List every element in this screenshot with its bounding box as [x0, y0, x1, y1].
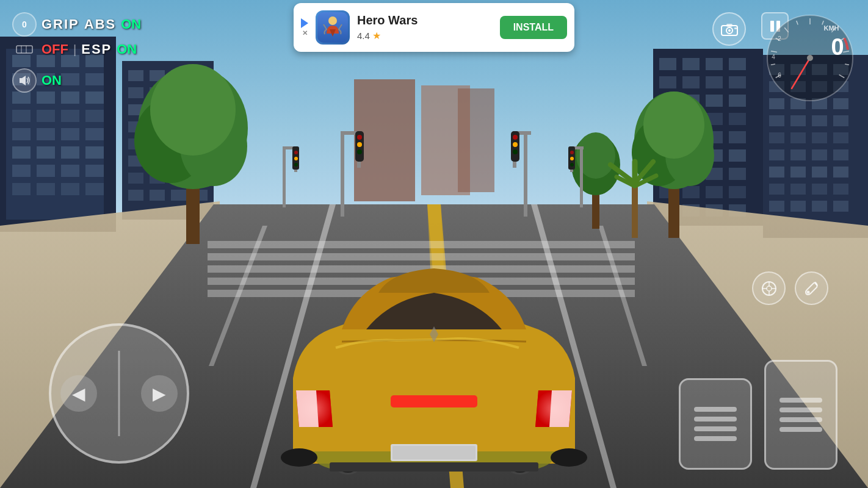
- svg-rect-127: [790, 149, 806, 160]
- svg-rect-29: [61, 165, 79, 177]
- ad-game-icon: [317, 12, 348, 43]
- wrench-icon: [803, 280, 820, 297]
- svg-rect-141: [833, 201, 848, 212]
- svg-rect-132: [812, 167, 827, 178]
- svg-rect-154: [208, 241, 635, 248]
- svg-rect-121: [833, 115, 848, 126]
- ad-icon: [316, 10, 350, 45]
- svg-point-177: [357, 142, 362, 147]
- svg-rect-137: [833, 184, 848, 195]
- svg-rect-24: [37, 146, 55, 159]
- svg-rect-131: [790, 167, 806, 178]
- svg-rect-30: [85, 165, 104, 177]
- svg-rect-106: [769, 64, 784, 75]
- pause-icon: [769, 20, 781, 33]
- ad-banner[interactable]: ✕ Hero: [294, 3, 574, 52]
- ad-play-icon: [301, 18, 308, 28]
- svg-rect-17: [61, 110, 79, 122]
- svg-rect-14: [85, 92, 104, 104]
- brake-pedal[interactable]: [679, 378, 752, 470]
- brake-line-2: [694, 417, 737, 422]
- svg-point-199: [570, 163, 574, 167]
- steering-circle[interactable]: ◀ ▶: [49, 323, 189, 464]
- ad-rating-value: 4.4: [357, 30, 370, 41]
- svg-rect-155: [208, 253, 635, 260]
- steer-divider: [118, 351, 120, 436]
- sound-state[interactable]: ON: [42, 73, 62, 88]
- svg-rect-123: [790, 132, 806, 143]
- svg-rect-225: [726, 24, 732, 27]
- svg-point-217: [551, 448, 587, 467]
- svg-rect-74: [682, 76, 700, 88]
- ad-close-button[interactable]: ✕: [302, 29, 308, 37]
- svg-marker-221: [20, 76, 26, 85]
- svg-point-178: [357, 149, 362, 154]
- svg-rect-6: [85, 55, 104, 67]
- gas-line-4: [779, 427, 822, 432]
- svg-rect-179: [524, 131, 527, 217]
- ad-content: Hero Wars 4.4 ★: [357, 13, 493, 41]
- svg-rect-138: [769, 201, 784, 212]
- svg-rect-112: [812, 81, 827, 92]
- svg-rect-109: [833, 64, 848, 75]
- steer-left-button[interactable]: ◀: [60, 375, 97, 412]
- camera-button[interactable]: [712, 12, 746, 46]
- svg-rect-135: [790, 184, 806, 195]
- svg-rect-19: [12, 128, 31, 140]
- svg-rect-214: [330, 462, 538, 472]
- brake-line-4: [694, 436, 737, 441]
- svg-rect-129: [833, 149, 848, 160]
- steer-right-button[interactable]: ▶: [141, 375, 178, 412]
- svg-rect-31: [12, 183, 31, 195]
- svg-point-197: [570, 151, 574, 154]
- svg-rect-25: [61, 146, 79, 159]
- svg-rect-22: [85, 128, 104, 140]
- svg-rect-15: [12, 110, 31, 122]
- svg-rect-134: [769, 184, 784, 195]
- svg-rect-100: [729, 186, 746, 198]
- sound-btn[interactable]: [12, 68, 37, 93]
- svg-rect-133: [833, 167, 848, 178]
- svg-rect-40: [128, 87, 143, 98]
- svg-rect-116: [812, 98, 827, 109]
- svg-rect-80: [729, 95, 746, 107]
- gas-lines: [779, 398, 822, 432]
- svg-rect-76: [729, 76, 746, 88]
- svg-rect-186: [283, 146, 286, 207]
- svg-rect-28: [37, 165, 55, 177]
- gas-pedal[interactable]: [764, 360, 837, 470]
- ad-install-button[interactable]: INSTALL: [500, 16, 567, 39]
- svg-point-260: [328, 16, 337, 25]
- svg-rect-21: [61, 128, 79, 140]
- svg-rect-107: [790, 64, 806, 75]
- svg-rect-20: [37, 128, 55, 140]
- steering-wheel[interactable]: ◀ ▶: [49, 323, 189, 464]
- svg-rect-33: [61, 183, 79, 195]
- svg-point-183: [513, 135, 518, 140]
- svg-rect-36: [128, 70, 143, 81]
- settings-button[interactable]: [795, 271, 828, 305]
- brake-line-3: [694, 426, 737, 431]
- svg-rect-172: [341, 131, 344, 217]
- svg-rect-70: [682, 58, 700, 70]
- svg-rect-113: [833, 81, 848, 92]
- svg-rect-96: [729, 168, 746, 180]
- svg-rect-136: [812, 184, 827, 195]
- svg-rect-3: [12, 55, 31, 67]
- map-button[interactable]: [752, 271, 786, 305]
- svg-rect-32: [37, 183, 55, 195]
- gas-line-3: [779, 417, 822, 422]
- svg-rect-16: [37, 110, 55, 122]
- svg-rect-11: [12, 92, 31, 104]
- svg-rect-79: [706, 95, 723, 107]
- svg-point-192: [294, 163, 298, 167]
- svg-rect-69: [659, 58, 676, 70]
- svg-rect-92: [729, 149, 746, 162]
- svg-point-184: [513, 142, 518, 147]
- svg-point-224: [728, 29, 731, 32]
- svg-rect-128: [812, 149, 827, 160]
- pause-button[interactable]: [761, 12, 789, 40]
- svg-rect-122: [769, 132, 784, 143]
- svg-point-216: [281, 448, 317, 467]
- svg-rect-66: [171, 190, 186, 201]
